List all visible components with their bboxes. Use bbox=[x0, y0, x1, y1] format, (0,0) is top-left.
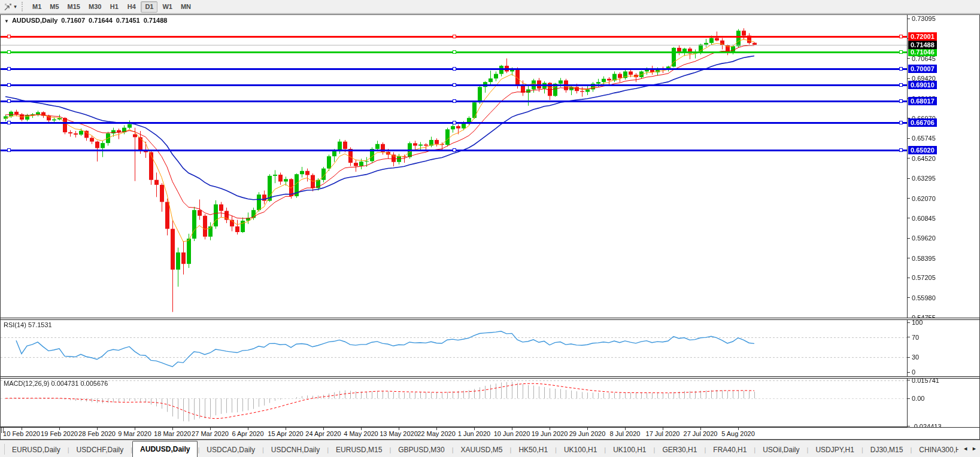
current-price-tag: 0.71488 bbox=[908, 41, 937, 49]
axis-tick-mark bbox=[908, 58, 910, 59]
axis-tick-mark bbox=[908, 426, 910, 426]
chart-tab-uk100-h1[interactable]: UK100,H1 bbox=[606, 443, 653, 457]
chart-tab-hk50-h1[interactable]: HK50,H1 bbox=[511, 443, 555, 457]
timeframe-button-h4[interactable]: H4 bbox=[123, 1, 139, 13]
time-axis-label: 29 Jun 2020 bbox=[569, 430, 606, 437]
rsi-axis-tick: 0 bbox=[908, 368, 915, 376]
rsi-axis-tick-label: 30 bbox=[912, 354, 919, 361]
axis-tick-mark bbox=[908, 19, 910, 19]
price-axis-tick: 0.57205 bbox=[908, 273, 936, 282]
timeframe-button-m5[interactable]: M5 bbox=[46, 1, 62, 13]
axis-tick-mark bbox=[908, 138, 910, 139]
chevron-down-icon[interactable]: ▾ bbox=[14, 4, 17, 10]
timeframe-button-m30[interactable]: M30 bbox=[85, 1, 105, 13]
tab-scroll-right-icon[interactable]: ► bbox=[972, 446, 977, 452]
price-tag-0.70007: 0.70007 bbox=[908, 65, 937, 73]
chart-tab-bar: EURUSD,Daily|USDCHF,Daily|AUDUSD,Daily|U… bbox=[0, 440, 980, 457]
time-axis-label: 27 Jul 2020 bbox=[684, 430, 718, 437]
time-axis-label: 9 Mar 2020 bbox=[118, 430, 151, 437]
time-axis-label: 24 Apr 2020 bbox=[305, 430, 341, 437]
macd-indicator-label: MACD(12,26,9) 0.004731 0.005676 bbox=[4, 380, 108, 387]
chart-tab-dj30-m15[interactable]: DJ30,M15 bbox=[863, 443, 911, 457]
collapse-icon[interactable]: ▼ bbox=[4, 19, 9, 24]
price-axis-tick-label: 0.59620 bbox=[912, 234, 936, 242]
panel-splitter-rsi[interactable] bbox=[1, 318, 979, 320]
timeframe-button-m15[interactable]: M15 bbox=[64, 1, 84, 13]
axis-tick-mark bbox=[908, 372, 910, 373]
price-tag-0.65020: 0.65020 bbox=[908, 146, 937, 154]
time-axis-label: 5 Aug 2020 bbox=[721, 430, 755, 437]
price-axis[interactable]: 0.730950.718700.706450.694200.681950.669… bbox=[907, 15, 979, 427]
axis-tick-mark bbox=[908, 278, 910, 278]
price-tag-0.69010: 0.69010 bbox=[908, 81, 937, 89]
chart-tab-fra40-h1[interactable]: FRA40,H1 bbox=[706, 443, 754, 457]
chart-tab-eurusd-m15[interactable]: EURUSD,M15 bbox=[329, 443, 389, 457]
time-axis-label: 22 May 2020 bbox=[417, 430, 456, 437]
chart-tab-ger30-h1[interactable]: GER30,H1 bbox=[655, 443, 704, 457]
price-axis-tick-label: 0.73095 bbox=[912, 15, 936, 22]
timeframe-button-w1[interactable]: W1 bbox=[159, 1, 176, 13]
chart-tab-usdcad-daily[interactable]: USDCAD,Daily bbox=[199, 443, 262, 457]
timeframe-button-m1[interactable]: M1 bbox=[29, 1, 45, 13]
chart-tab-audusd-daily[interactable]: AUDUSD,Daily bbox=[132, 441, 198, 457]
price-axis-tick-label: 0.60845 bbox=[912, 215, 936, 222]
time-axis[interactable]: 10 Feb 202019 Feb 202028 Feb 20209 Mar 2… bbox=[1, 427, 979, 439]
rsi-axis-tick-label: 0 bbox=[912, 368, 915, 376]
price-chart-canvas[interactable] bbox=[1, 15, 908, 427]
axis-tick-mark bbox=[908, 357, 910, 358]
axis-tick-mark bbox=[908, 337, 910, 337]
price-axis-tick: 0.73095 bbox=[908, 14, 936, 23]
time-axis-label: 10 Feb 2020 bbox=[3, 430, 40, 437]
rsi-axis-tick-label: 70 bbox=[912, 334, 919, 341]
time-axis-label: 1 Jun 2020 bbox=[458, 430, 490, 437]
rsi-axis-tick: 30 bbox=[908, 353, 919, 361]
axis-tick-mark bbox=[908, 398, 910, 399]
macd-axis-tick-label: 0.00 bbox=[912, 395, 924, 402]
timeframe-button-h1[interactable]: H1 bbox=[106, 1, 122, 13]
crosshair-tool-button[interactable]: ▾ bbox=[0, 0, 20, 13]
chart-tab-usdjpy-h1[interactable]: USDJPY,H1 bbox=[808, 443, 861, 457]
time-axis-label: 18 Mar 2020 bbox=[154, 430, 191, 437]
tab-bar-grip bbox=[0, 444, 5, 455]
price-axis-tick-label: 0.62070 bbox=[912, 195, 936, 202]
timeframe-button-d1[interactable]: D1 bbox=[141, 1, 157, 13]
axis-tick-mark bbox=[908, 258, 910, 258]
macd-axis-tick: 0.00 bbox=[908, 394, 924, 403]
time-axis-label: 15 Apr 2020 bbox=[268, 430, 303, 437]
price-axis-tick: 0.55980 bbox=[908, 294, 936, 302]
ohlc-close: 0.71488 bbox=[144, 17, 168, 24]
time-axis-label: 17 Jul 2020 bbox=[646, 430, 680, 437]
time-axis-label: 19 Feb 2020 bbox=[41, 430, 78, 437]
ohlc-high: 0.71644 bbox=[89, 17, 113, 24]
time-axis-label: 13 May 2020 bbox=[380, 430, 418, 437]
time-axis-label: 27 Mar 2020 bbox=[192, 430, 229, 437]
chart-symbol-label: AUDUSD,Daily bbox=[12, 17, 57, 24]
axis-tick-mark bbox=[908, 322, 910, 323]
chart-tabs: EURUSD,Daily|USDCHF,Daily|AUDUSD,Daily|U… bbox=[5, 441, 980, 457]
chart-tab-gbpusd-m30[interactable]: GBPUSD,M30 bbox=[391, 443, 451, 457]
chart-tab-usoil-daily[interactable]: USOil,Daily bbox=[756, 443, 806, 457]
panel-splitter-macd[interactable] bbox=[1, 376, 979, 379]
chart-tab-usdchf-daily[interactable]: USDCHF,Daily bbox=[69, 443, 131, 457]
price-axis-tick: 0.65745 bbox=[908, 134, 936, 142]
crosshair-icon bbox=[4, 2, 13, 11]
ohlc-low: 0.71451 bbox=[116, 17, 140, 24]
price-axis-tick: 0.60845 bbox=[908, 214, 936, 223]
axis-tick-mark bbox=[908, 218, 910, 218]
tab-scroll-left-icon[interactable]: ◄ bbox=[963, 446, 968, 452]
chart-tab-xauusd-m5[interactable]: XAUUSD,M5 bbox=[454, 443, 510, 457]
chart-tab-uk100-h1[interactable]: UK100,H1 bbox=[557, 443, 604, 457]
price-axis-tick: 0.62070 bbox=[908, 194, 936, 203]
chart-tab-usdcnh-daily[interactable]: USDCNH,Daily bbox=[264, 443, 327, 457]
chart-window: ▼AUDUSD,Daily0.716070.716440.714510.7148… bbox=[0, 14, 980, 440]
axis-tick-mark bbox=[908, 78, 910, 79]
chart-ohlc-readout: ▼AUDUSD,Daily0.716070.716440.714510.7148… bbox=[4, 17, 171, 24]
axis-tick-mark bbox=[908, 198, 910, 199]
axis-tick-mark bbox=[908, 158, 910, 159]
price-axis-tick: 0.63295 bbox=[908, 174, 936, 182]
timeframe-button-mn[interactable]: MN bbox=[177, 1, 195, 13]
chart-tab-eurusd-daily[interactable]: EURUSD,Daily bbox=[5, 443, 68, 457]
price-tag-0.72001: 0.72001 bbox=[908, 32, 937, 41]
ohlc-open: 0.71607 bbox=[61, 17, 85, 24]
timeframe-buttons: M1M5M15M30H1H4D1W1MN bbox=[28, 1, 195, 13]
